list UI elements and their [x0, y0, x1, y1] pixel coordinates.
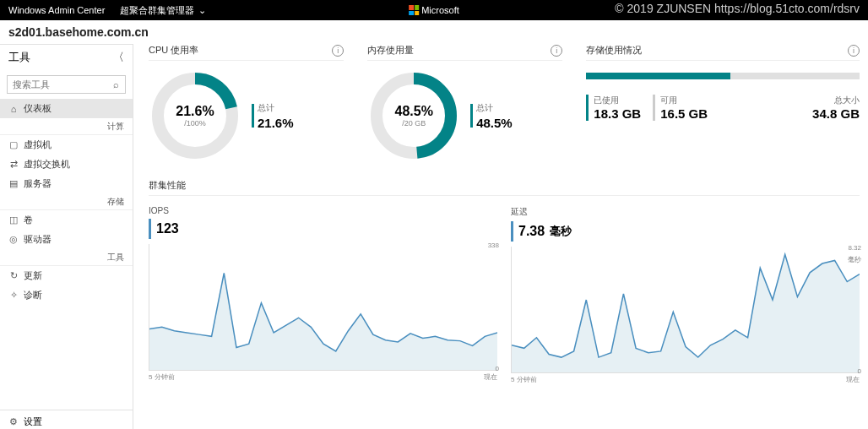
chart-value: 7.38: [518, 224, 545, 239]
info-icon[interactable]: i: [848, 45, 860, 57]
sidebar-item[interactable]: ⌂仪表板: [0, 99, 133, 118]
microsoft-logo-icon: [409, 5, 419, 15]
sidebar: 工具 〈 ⌕ ⌂仪表板计算▢虚拟机⇄虚拟交换机▤服务器存储◫卷◎驱动器工具↻更新…: [0, 44, 133, 429]
nav-group-label: 计算: [0, 118, 133, 135]
storage-card: 存储使用情况 i 已使用 18.3 GB 可用 16.5 GB: [586, 44, 860, 162]
chart-area: 338 0: [149, 244, 497, 371]
sidebar-header: 工具 〈: [0, 44, 133, 70]
search-input[interactable]: [8, 79, 106, 90]
nav-item-label: 卷: [24, 214, 33, 226]
nav-item-label: 虚拟交换机: [24, 158, 70, 171]
cpu-card: CPU 使用率 i 21.6% /100% 总计 21.6%: [149, 44, 344, 162]
sidebar-item[interactable]: ▤服务器: [0, 174, 133, 193]
gear-icon: ⚙: [8, 417, 19, 427]
home-icon: ⌂: [8, 104, 19, 114]
diag-icon: ✧: [8, 291, 19, 301]
memory-title: 内存使用量: [367, 44, 414, 57]
chart-value: 123: [156, 221, 179, 236]
perf-title: 群集性能: [149, 179, 860, 196]
vm-icon: ▢: [8, 140, 19, 150]
drive-icon: ◎: [8, 235, 19, 245]
sidebar-item[interactable]: ⇄虚拟交换机: [0, 155, 133, 174]
volume-icon: ◫: [8, 215, 19, 225]
memory-card: 内存使用量 i 48.5% /20 GB 总计 48.5%: [367, 44, 562, 162]
chevron-down-icon: ⌄: [198, 5, 206, 16]
sidebar-item[interactable]: ✧诊断: [0, 285, 133, 305]
sidebar-item[interactable]: ↻更新: [0, 266, 133, 285]
search-icon[interactable]: ⌕: [106, 79, 125, 90]
nav-item-label: 诊断: [24, 289, 42, 301]
info-icon[interactable]: i: [332, 45, 344, 57]
nav-item-label: 驱动器: [24, 233, 52, 246]
update-icon: ↻: [8, 271, 19, 281]
sidebar-item[interactable]: ◫卷: [0, 210, 133, 230]
nav-item-label: 更新: [24, 269, 42, 282]
nav-group-label: 工具: [0, 249, 133, 266]
sidebar-item[interactable]: ◎驱动器: [0, 230, 133, 249]
cpu-gauge: 21.6% /100%: [149, 69, 241, 162]
nav-item-label: 虚拟机: [24, 138, 52, 151]
memory-gauge: 48.5% /20 GB: [367, 69, 460, 162]
nav-group-label: 存储: [0, 193, 133, 210]
server-icon: ▤: [8, 179, 19, 189]
chart-title: 延迟: [511, 206, 860, 218]
brand: Microsoft: [409, 5, 459, 15]
cpu-title: CPU 使用率: [149, 44, 198, 57]
nav-item-label: 仪表板: [24, 102, 52, 115]
storage-used-stat: 已使用 18.3 GB: [586, 95, 641, 121]
storage-avail-stat: 可用 16.5 GB: [653, 95, 708, 121]
sidebar-item-settings[interactable]: ⚙ 设置: [0, 410, 133, 429]
switch-icon: ⇄: [8, 160, 19, 170]
chart-area: 8.32 毫秒 0: [511, 247, 860, 373]
storage-title: 存储使用情况: [586, 44, 642, 57]
storage-total-stat: 总大小 34.8 GB: [812, 95, 860, 121]
chart-IOPS: IOPS 123 338 0 5 分钟前现在: [149, 206, 497, 384]
storage-bar: [586, 73, 860, 79]
collapse-icon[interactable]: 〈: [113, 50, 124, 65]
app-name[interactable]: Windows Admin Center: [8, 5, 105, 15]
module-dropdown[interactable]: 超聚合群集管理器 ⌄: [120, 4, 206, 17]
nav-item-label: 服务器: [24, 177, 52, 190]
info-icon[interactable]: i: [551, 45, 562, 57]
watermark: © 2019 ZJUNSEN https://blog.51cto.com/rd…: [615, 2, 860, 15]
sidebar-item[interactable]: ▢虚拟机: [0, 135, 133, 155]
chart-延迟: 延迟 7.38毫秒 8.32 毫秒 0 5 分钟前现在: [511, 206, 860, 384]
chart-title: IOPS: [149, 206, 497, 215]
content: CPU 使用率 i 21.6% /100% 总计 21.6%: [133, 44, 868, 429]
sidebar-search[interactable]: ⌕: [7, 75, 126, 94]
hostname: s2d01.basehome.com.cn: [0, 20, 868, 44]
